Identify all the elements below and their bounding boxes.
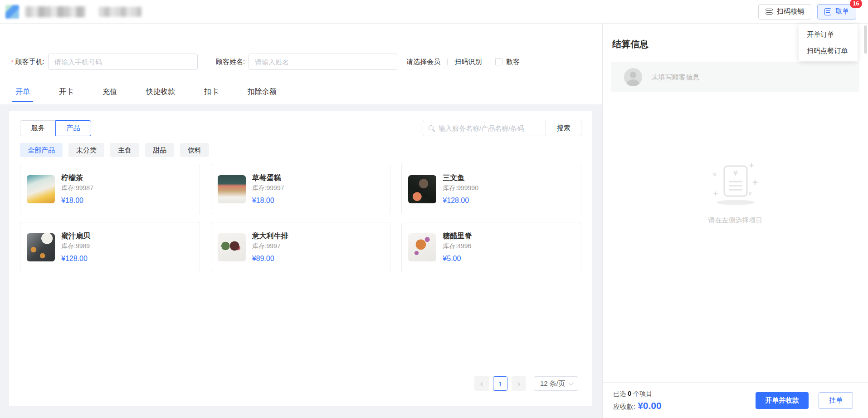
menu-item-scan-orders[interactable]: 扫码点餐订单 bbox=[799, 43, 858, 59]
billing-area: * 顾客手机: 顾客姓名: 请选择会员 扫码识别 散客 开单 开卡 充值 快捷收… bbox=[0, 24, 602, 418]
page-size-select[interactable]: 12 条/页 bbox=[534, 376, 578, 391]
page-prev-button[interactable]: ‹ bbox=[474, 376, 489, 391]
category-all[interactable]: 全部产品 bbox=[20, 143, 63, 157]
empty-hint-text: 请在左侧选择项目 bbox=[603, 216, 868, 225]
tab-open-card[interactable]: 开卡 bbox=[59, 87, 73, 102]
product-stock: 库存:4996 bbox=[443, 242, 472, 251]
product-stock: 库存:99987 bbox=[61, 184, 93, 192]
product-info: 意大利牛排 库存:9997 ¥89.00 bbox=[252, 231, 288, 263]
order-doc-icon bbox=[824, 8, 831, 15]
product-card[interactable]: 意大利牛排 库存:9997 ¥89.00 bbox=[211, 222, 391, 272]
product-info: 柠檬茶 库存:99987 ¥18.00 bbox=[61, 173, 93, 205]
catalog-background: 服务 产品 搜索 全部产品 未分类 主食 甜品 饮料 bbox=[0, 104, 602, 418]
product-card[interactable]: 柠檬茶 库存:99987 ¥18.00 bbox=[20, 164, 200, 214]
svg-text:¥: ¥ bbox=[733, 168, 738, 177]
tab-recharge[interactable]: 充值 bbox=[102, 87, 117, 102]
scan-verify-label: 扫码核销 bbox=[777, 7, 804, 16]
chevron-right-icon: › bbox=[517, 379, 520, 388]
scan-identify-link[interactable]: 扫码识别 bbox=[454, 58, 482, 66]
required-mark: * bbox=[11, 58, 14, 66]
catalog-panel: 服务 产品 搜索 全部产品 未分类 主食 甜品 饮料 bbox=[9, 111, 592, 406]
checkout-footer: 已选 0 个项目 应收款: ¥0.00 开单并收款 挂单 bbox=[603, 382, 868, 418]
chevron-left-icon: ‹ bbox=[480, 379, 483, 388]
product-price: ¥18.00 bbox=[252, 197, 284, 205]
take-order-menu: 开单订单 扫码点餐订单 bbox=[799, 24, 858, 61]
product-card[interactable]: 草莓蛋糕 库存:99997 ¥18.00 bbox=[211, 164, 391, 214]
menu-item-open-orders[interactable]: 开单订单 bbox=[799, 26, 858, 43]
product-image bbox=[27, 175, 55, 203]
search-input[interactable] bbox=[423, 120, 546, 136]
category-dessert[interactable]: 甜品 bbox=[145, 143, 174, 157]
receivable-label: 应收款: bbox=[613, 403, 635, 411]
product-stock: 库存:99997 bbox=[252, 184, 284, 192]
product-name: 蜜汁扇贝 bbox=[61, 231, 90, 241]
product-name: 意大利牛排 bbox=[252, 231, 288, 241]
logo-blurred-icon bbox=[5, 5, 19, 19]
product-stock: 库存:9997 bbox=[252, 242, 288, 251]
receivable-amount: ¥0.00 bbox=[638, 400, 662, 411]
category-staple[interactable]: 主食 bbox=[110, 143, 139, 157]
product-stock: 库存:999990 bbox=[443, 184, 478, 192]
take-order-label: 取单 bbox=[835, 7, 849, 16]
tab-open-bill[interactable]: 开单 bbox=[15, 87, 30, 102]
take-order-badge: 16 bbox=[850, 0, 862, 8]
page-number-button[interactable]: 1 bbox=[493, 376, 507, 391]
person-avatar-icon bbox=[624, 68, 642, 86]
search-button[interactable]: 搜索 bbox=[546, 120, 581, 136]
customer-form: * 顾客手机: 顾客姓名: 请选择会员 扫码识别 散客 bbox=[11, 54, 598, 70]
name-label: 顾客姓名: bbox=[216, 58, 245, 66]
take-order-wrap: 取单 16 bbox=[817, 4, 856, 20]
search-box bbox=[423, 120, 546, 136]
scan-verify-button[interactable]: 扫码核销 bbox=[758, 4, 811, 20]
page-size-value: 12 条/页 bbox=[540, 379, 565, 388]
scrollbar-thumb[interactable] bbox=[864, 25, 867, 54]
selected-count-line: 已选 0 个项目 bbox=[613, 389, 662, 398]
product-price: ¥89.00 bbox=[252, 255, 288, 263]
store-name-blurred bbox=[99, 7, 141, 17]
product-info: 蜜汁扇贝 库存:9989 ¥128.00 bbox=[61, 231, 90, 263]
product-card[interactable]: 三文鱼 库存:999990 ¥128.00 bbox=[401, 164, 581, 214]
category-drinks[interactable]: 饮料 bbox=[180, 143, 209, 157]
product-name: 草莓蛋糕 bbox=[252, 173, 284, 183]
select-member-link[interactable]: 请选择会员 bbox=[406, 58, 440, 66]
category-uncategorized[interactable]: 未分类 bbox=[68, 143, 104, 157]
product-name: 糖醋里脊 bbox=[443, 231, 472, 241]
name-input[interactable] bbox=[249, 54, 397, 70]
product-image bbox=[27, 233, 55, 261]
walk-in-checkbox[interactable] bbox=[495, 58, 502, 65]
product-price: ¥18.00 bbox=[61, 197, 93, 205]
type-product-button[interactable]: 产品 bbox=[55, 120, 91, 136]
tab-quick-pay[interactable]: 快捷收款 bbox=[146, 87, 175, 102]
catalog-toolbar: 服务 产品 搜索 bbox=[9, 111, 592, 136]
receivable-line: 应收款: ¥0.00 bbox=[613, 400, 662, 411]
tab-deduct-balance[interactable]: 扣除余额 bbox=[248, 87, 277, 102]
page-next-button[interactable]: › bbox=[512, 376, 526, 391]
product-card[interactable]: 蜜汁扇贝 库存:9989 ¥128.00 bbox=[20, 222, 200, 272]
phone-input[interactable] bbox=[48, 54, 198, 70]
billing-tabs: 开单 开卡 充值 快捷收款 扣卡 扣除余额 bbox=[15, 87, 277, 102]
product-stock: 库存:9989 bbox=[61, 242, 90, 251]
tab-deduct-card[interactable]: 扣卡 bbox=[204, 87, 219, 102]
empty-receipt-icon: ¥ bbox=[708, 162, 763, 208]
hold-order-button[interactable]: 挂单 bbox=[819, 392, 853, 409]
scan-lines-icon bbox=[766, 9, 773, 15]
brand-name-blurred bbox=[25, 6, 85, 17]
checkout-actions: 开单并收款 挂单 bbox=[756, 392, 853, 409]
topbar: 扫码核销 取单 16 bbox=[0, 0, 868, 24]
magnifier-icon bbox=[429, 125, 435, 132]
checkout-panel: 结算信息 未填写顾客信息 ¥ 请在左侧选择项目 已选 0 个项目 bbox=[602, 24, 868, 418]
phone-label: 顾客手机: bbox=[15, 58, 44, 66]
walk-in-option[interactable]: 散客 bbox=[495, 58, 520, 66]
type-service-button[interactable]: 服务 bbox=[20, 120, 56, 136]
category-chips: 全部产品 未分类 主食 甜品 饮料 bbox=[20, 143, 592, 157]
no-customer-text: 未填写顾客信息 bbox=[652, 73, 699, 82]
product-grid: 柠檬茶 库存:99987 ¥18.00 草莓蛋糕 库存:99997 ¥18.00 bbox=[20, 164, 581, 272]
pagination: ‹ 1 › 12 条/页 bbox=[474, 376, 578, 391]
product-info: 草莓蛋糕 库存:99997 ¥18.00 bbox=[252, 173, 284, 205]
product-image bbox=[408, 175, 436, 203]
empty-state: ¥ 请在左侧选择项目 bbox=[603, 162, 868, 225]
type-toggle: 服务 产品 bbox=[20, 120, 91, 136]
bill-and-collect-button[interactable]: 开单并收款 bbox=[756, 392, 809, 409]
product-card[interactable]: 糖醋里脊 库存:4996 ¥5.00 bbox=[401, 222, 581, 272]
checkout-totals: 已选 0 个项目 应收款: ¥0.00 bbox=[613, 389, 662, 411]
